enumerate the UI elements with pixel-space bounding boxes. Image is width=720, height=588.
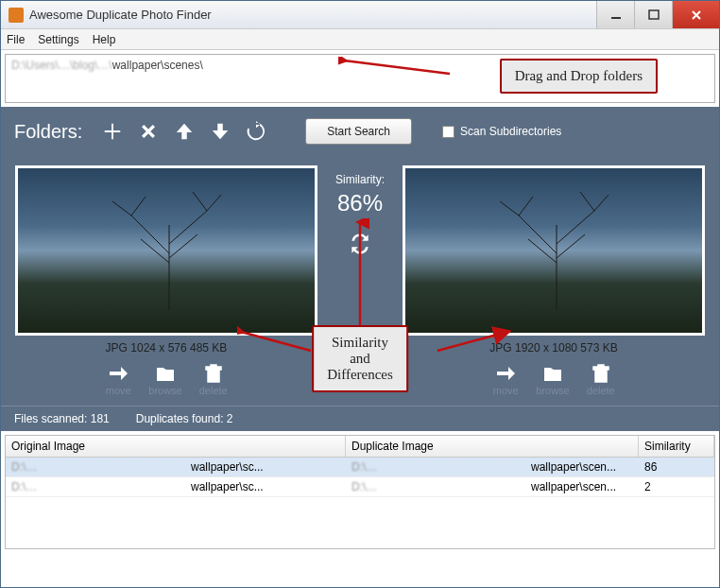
menu-file[interactable]: File — [7, 33, 25, 46]
col-duplicate[interactable]: Duplicate Image — [346, 436, 639, 457]
close-button[interactable] — [672, 1, 719, 28]
duplicates-found: Duplicates found: 2 — [136, 412, 233, 425]
app-window: Awesome Duplicate Photo Finder File Sett… — [0, 0, 720, 588]
compare-panel: JPG 1024 x 576 485 KB move browse delete… — [1, 156, 719, 406]
col-similarity[interactable]: Similarity — [639, 436, 714, 457]
menu-settings[interactable]: Settings — [38, 33, 78, 46]
left-file-info: JPG 1024 x 576 485 KB — [102, 341, 231, 355]
right-image-panel: JPG 1920 x 1080 573 KB move browse delet… — [398, 165, 710, 396]
move-up-icon[interactable] — [173, 120, 196, 143]
right-image-preview[interactable] — [403, 165, 705, 336]
stats-bar: Files scanned: 181 Duplicates found: 2 — [1, 406, 719, 431]
svg-line-4 — [437, 332, 507, 351]
maximize-button[interactable] — [634, 1, 672, 28]
path-prefix-blurred: D:\Users\…\blog\…\ — [11, 59, 112, 72]
refresh-icon[interactable] — [245, 120, 267, 143]
folders-label: Folders: — [14, 121, 82, 143]
menu-help[interactable]: Help — [93, 33, 116, 46]
table-row[interactable]: D:\…wallpaper\sc... D:\…wallpaper\scen..… — [6, 477, 714, 497]
arrow-left-info-icon — [237, 326, 313, 355]
svg-line-2 — [344, 61, 450, 74]
left-browse-button[interactable]: browse — [148, 362, 181, 396]
svg-rect-0 — [611, 17, 621, 19]
left-move-button[interactable]: move — [105, 362, 131, 396]
arrow-right-info-icon — [436, 326, 511, 355]
callout-dragdrop: Drag and Drop folders — [500, 59, 658, 94]
results-table: Original Image Duplicate Image Similarit… — [5, 435, 715, 549]
similarity-value: 86% — [337, 190, 383, 216]
table-row[interactable]: D:\…wallpaper\sc... D:\…wallpaper\scen..… — [6, 458, 714, 477]
window-title: Awesome Duplicate Photo Finder — [29, 8, 596, 22]
path-suffix: wallpaper\scenes\ — [112, 59, 203, 72]
col-original[interactable]: Original Image — [6, 436, 346, 457]
menubar: File Settings Help — [1, 29, 719, 50]
add-folder-icon[interactable] — [101, 120, 124, 143]
arrow-similarity-icon — [351, 218, 369, 332]
left-image-panel: JPG 1024 x 576 485 KB move browse delete — [10, 165, 322, 396]
callout-simdiff: Similarity and Differences — [312, 325, 408, 392]
similarity-label: Similarity: — [335, 173, 385, 186]
folders-toolbar: Folders: Start Search Scan Subdirectorie… — [1, 107, 719, 156]
titlebar: Awesome Duplicate Photo Finder — [1, 1, 719, 29]
folder-path-area[interactable]: D:\Users\…\blog\…\wallpaper\scenes\ Drag… — [5, 54, 715, 103]
scan-subdirs-label: Scan Subdirectories — [460, 125, 561, 138]
right-browse-button[interactable]: browse — [536, 362, 569, 396]
move-down-icon[interactable] — [209, 120, 231, 143]
remove-folder-icon[interactable] — [137, 120, 160, 143]
app-icon — [9, 8, 24, 23]
minimize-button[interactable] — [596, 1, 634, 28]
table-header: Original Image Duplicate Image Similarit… — [6, 436, 714, 458]
left-delete-button[interactable]: delete — [199, 362, 228, 396]
svg-rect-1 — [649, 10, 659, 19]
arrow-dragdrop-icon — [338, 57, 452, 85]
svg-line-3 — [241, 332, 311, 351]
right-move-button[interactable]: move — [492, 362, 519, 396]
files-scanned: Files scanned: 181 — [14, 412, 110, 425]
start-search-button[interactable]: Start Search — [305, 118, 412, 145]
table-empty-area — [6, 497, 714, 548]
checkbox-icon — [442, 126, 454, 138]
right-delete-button[interactable]: delete — [587, 362, 615, 396]
scan-subdirs-checkbox[interactable]: Scan Subdirectories — [442, 125, 561, 138]
left-image-preview[interactable] — [15, 165, 317, 336]
